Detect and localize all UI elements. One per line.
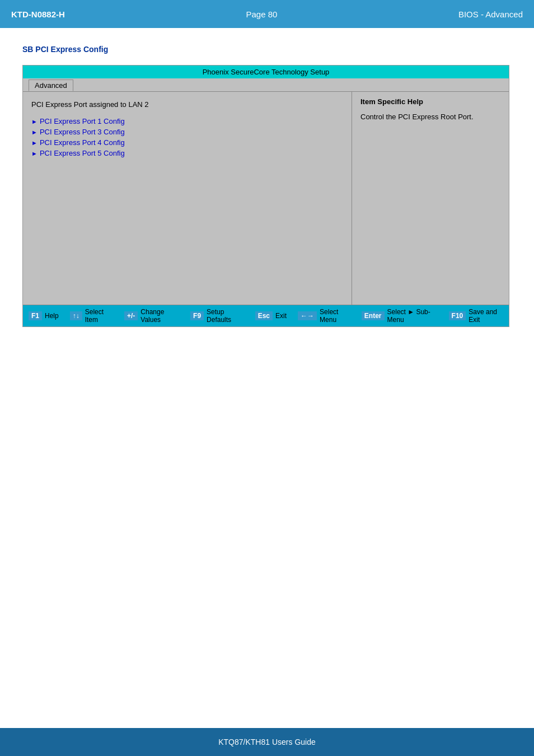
label-lr-arrows: Select Menu <box>320 308 350 324</box>
footer-text: KTQ87/KTH81 Users Guide <box>218 738 316 746</box>
key-f10: F10 <box>449 311 466 320</box>
arrow-icon-3: ► <box>31 129 38 136</box>
section-title: SB PCI Express Config <box>22 45 512 54</box>
menu-item-4[interactable]: ► PCI Express Port 4 Config <box>31 138 343 147</box>
menu-item-label-4: PCI Express Port 4 Config <box>40 138 125 147</box>
right-panel: Item Specific Help Control the PCI Expre… <box>352 92 509 305</box>
key-esc: Esc <box>255 311 273 320</box>
status-f10: F10 Save and Exit <box>449 308 503 324</box>
status-plusminus: +/- Change Values <box>124 308 179 324</box>
left-panel: PCI Express Port assigned to LAN 2 ► PCI… <box>23 92 352 305</box>
right-panel-title: Item Specific Help <box>360 97 500 106</box>
label-arrows: Select Item <box>85 308 113 324</box>
status-enter: Enter Select ► Sub-Menu <box>362 308 438 324</box>
header-center: Page 80 <box>246 10 277 19</box>
right-panel-help-text: Control the PCI Express Root Port. <box>360 111 500 123</box>
header-left: KTD-N0882-H <box>11 10 65 19</box>
key-enter: Enter <box>362 311 385 320</box>
header-right: BIOS - Advanced <box>458 10 523 19</box>
phoenix-title: Phoenix SecureCore Technology Setup <box>23 66 509 78</box>
menu-item-5[interactable]: ► PCI Express Port 5 Config <box>31 149 343 157</box>
arrow-icon-5: ► <box>31 150 38 157</box>
label-f9: Setup Defaults <box>207 308 244 324</box>
key-f1: F1 <box>29 311 42 320</box>
label-plusminus: Change Values <box>140 308 179 324</box>
key-plusminus: +/- <box>124 311 138 320</box>
status-f1: F1 Help <box>29 311 59 320</box>
status-esc: Esc Exit <box>255 311 287 320</box>
label-enter: Select ► Sub-Menu <box>387 308 438 324</box>
arrow-icon-4: ► <box>31 139 38 146</box>
tab-advanced[interactable]: Advanced <box>29 80 73 91</box>
key-f9: F9 <box>190 311 204 320</box>
tab-row: Advanced <box>23 78 509 91</box>
menu-item-3[interactable]: ► PCI Express Port 3 Config <box>31 128 343 136</box>
status-arrows: ↑↓ Select Item <box>70 308 113 324</box>
label-f1: Help <box>45 312 59 320</box>
bios-container: Phoenix SecureCore Technology Setup Adva… <box>22 65 509 327</box>
menu-item-label-3: PCI Express Port 3 Config <box>40 128 125 136</box>
top-header: KTD-N0882-H Page 80 BIOS - Advanced <box>0 0 534 28</box>
status-bar: F1 Help ↑↓ Select Item +/- Change Values… <box>23 305 509 326</box>
info-text: PCI Express Port assigned to LAN 2 <box>31 100 343 109</box>
status-f9: F9 Setup Defaults <box>190 308 244 324</box>
panels-row: PCI Express Port assigned to LAN 2 ► PCI… <box>23 91 509 305</box>
menu-item-label-5: PCI Express Port 5 Config <box>40 149 125 157</box>
bottom-footer: KTQ87/KTH81 Users Guide <box>0 728 534 756</box>
arrow-icon-1: ► <box>31 118 38 125</box>
menu-item-1[interactable]: ► PCI Express Port 1 Config <box>31 117 343 125</box>
key-lr-arrows: ←→ <box>298 311 317 320</box>
label-esc: Exit <box>275 312 287 320</box>
status-lr-arrows: ←→ Select Menu <box>298 308 350 324</box>
main-content: SB PCI Express Config Phoenix SecureCore… <box>0 28 534 344</box>
label-f10: Save and Exit <box>469 308 503 324</box>
menu-item-label-1: PCI Express Port 1 Config <box>40 117 125 125</box>
key-arrows: ↑↓ <box>70 311 82 320</box>
